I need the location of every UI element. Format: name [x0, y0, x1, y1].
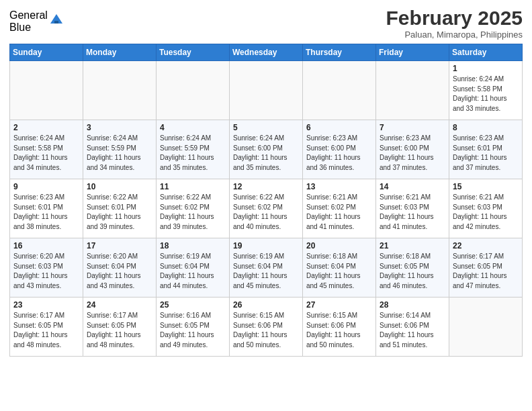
day-number: 16	[13, 241, 79, 250]
day-number: 21	[380, 241, 445, 250]
calendar-cell-w1-d2	[83, 61, 157, 120]
calendar-header-row: Sunday Monday Tuesday Wednesday Thursday…	[10, 44, 523, 61]
calendar-cell-w2-d3: 4Sunrise: 6:24 AM Sunset: 5:59 PM Daylig…	[157, 120, 230, 179]
calendar-week-4: 16Sunrise: 6:20 AM Sunset: 6:03 PM Dayli…	[10, 238, 523, 298]
calendar-cell-w4-d5: 20Sunrise: 6:18 AM Sunset: 6:04 PM Dayli…	[303, 238, 376, 298]
calendar-table: Sunday Monday Tuesday Wednesday Thursday…	[9, 44, 523, 357]
day-number: 1	[453, 64, 519, 73]
calendar-cell-w5-d4: 26Sunrise: 6:15 AM Sunset: 6:06 PM Dayli…	[230, 298, 303, 357]
day-info: Sunrise: 6:20 AM Sunset: 6:03 PM Dayligh…	[13, 252, 79, 291]
day-info: Sunrise: 6:18 AM Sunset: 6:05 PM Dayligh…	[380, 252, 445, 291]
calendar-cell-w5-d5: 27Sunrise: 6:15 AM Sunset: 6:06 PM Dayli…	[303, 298, 376, 357]
day-number: 8	[453, 123, 519, 132]
day-number: 2	[13, 123, 79, 132]
day-info: Sunrise: 6:16 AM Sunset: 6:05 PM Dayligh…	[160, 311, 226, 350]
day-info: Sunrise: 6:17 AM Sunset: 6:05 PM Dayligh…	[87, 311, 152, 350]
day-number: 13	[306, 182, 372, 191]
logo-icon	[49, 11, 64, 26]
calendar-week-2: 2Sunrise: 6:24 AM Sunset: 5:58 PM Daylig…	[10, 120, 523, 179]
day-number: 23	[13, 300, 79, 310]
calendar-cell-w2-d7: 8Sunrise: 6:23 AM Sunset: 6:01 PM Daylig…	[449, 120, 523, 179]
day-info: Sunrise: 6:23 AM Sunset: 6:00 PM Dayligh…	[380, 134, 445, 173]
day-number: 15	[453, 182, 519, 191]
day-info: Sunrise: 6:22 AM Sunset: 6:01 PM Dayligh…	[87, 193, 152, 232]
day-number: 20	[306, 241, 372, 250]
calendar-cell-w3-d1: 9Sunrise: 6:23 AM Sunset: 6:01 PM Daylig…	[10, 179, 83, 238]
day-info: Sunrise: 6:19 AM Sunset: 6:04 PM Dayligh…	[160, 252, 226, 291]
header-thursday: Thursday	[303, 44, 376, 61]
calendar-cell-w3-d4: 12Sunrise: 6:22 AM Sunset: 6:02 PM Dayli…	[230, 179, 303, 238]
day-info: Sunrise: 6:15 AM Sunset: 6:06 PM Dayligh…	[306, 311, 372, 350]
calendar-cell-w3-d2: 10Sunrise: 6:22 AM Sunset: 6:01 PM Dayli…	[83, 179, 157, 238]
calendar-week-3: 9Sunrise: 6:23 AM Sunset: 6:01 PM Daylig…	[10, 179, 523, 238]
svg-rect-1	[54, 21, 58, 24]
day-number: 24	[87, 300, 152, 310]
day-number: 26	[233, 300, 299, 310]
day-number: 9	[13, 182, 79, 191]
calendar-cell-w3-d5: 13Sunrise: 6:21 AM Sunset: 6:02 PM Dayli…	[303, 179, 376, 238]
day-number: 27	[306, 300, 372, 310]
day-info: Sunrise: 6:21 AM Sunset: 6:03 PM Dayligh…	[380, 193, 445, 232]
header-friday: Friday	[376, 44, 449, 61]
page: General Blue February 2025 Paluan, Mimar…	[0, 0, 532, 411]
calendar-cell-w3-d3: 11Sunrise: 6:22 AM Sunset: 6:02 PM Dayli…	[157, 179, 230, 238]
calendar-cell-w5-d6: 28Sunrise: 6:14 AM Sunset: 6:06 PM Dayli…	[376, 298, 449, 357]
calendar-cell-w5-d1: 23Sunrise: 6:17 AM Sunset: 6:05 PM Dayli…	[10, 298, 83, 357]
day-info: Sunrise: 6:24 AM Sunset: 5:58 PM Dayligh…	[453, 75, 519, 113]
day-info: Sunrise: 6:23 AM Sunset: 6:01 PM Dayligh…	[453, 134, 519, 173]
calendar-cell-w4-d3: 18Sunrise: 6:19 AM Sunset: 6:04 PM Dayli…	[157, 238, 230, 298]
calendar-cell-w3-d6: 14Sunrise: 6:21 AM Sunset: 6:03 PM Dayli…	[376, 179, 449, 238]
calendar-cell-w5-d2: 24Sunrise: 6:17 AM Sunset: 6:05 PM Dayli…	[83, 298, 157, 357]
header-tuesday: Tuesday	[157, 44, 230, 61]
logo-text: General Blue	[9, 9, 48, 33]
day-info: Sunrise: 6:18 AM Sunset: 6:04 PM Dayligh…	[306, 252, 372, 291]
day-info: Sunrise: 6:21 AM Sunset: 6:03 PM Dayligh…	[453, 193, 519, 232]
header-monday: Monday	[83, 44, 157, 61]
day-number: 7	[380, 123, 445, 132]
calendar-cell-w2-d2: 3Sunrise: 6:24 AM Sunset: 5:59 PM Daylig…	[83, 120, 157, 179]
calendar-cell-w3-d7: 15Sunrise: 6:21 AM Sunset: 6:03 PM Dayli…	[449, 179, 523, 238]
day-info: Sunrise: 6:24 AM Sunset: 5:59 PM Dayligh…	[87, 134, 152, 173]
calendar-cell-w1-d4	[230, 61, 303, 120]
day-info: Sunrise: 6:21 AM Sunset: 6:02 PM Dayligh…	[306, 193, 372, 232]
month-year: February 2025	[386, 7, 523, 29]
day-number: 3	[87, 123, 152, 132]
day-number: 18	[160, 241, 226, 250]
day-number: 10	[87, 182, 152, 191]
day-info: Sunrise: 6:15 AM Sunset: 6:06 PM Dayligh…	[233, 311, 299, 350]
calendar-cell-w4-d1: 16Sunrise: 6:20 AM Sunset: 6:03 PM Dayli…	[10, 238, 83, 298]
calendar-week-5: 23Sunrise: 6:17 AM Sunset: 6:05 PM Dayli…	[10, 298, 523, 357]
header: General Blue February 2025 Paluan, Mimar…	[9, 7, 523, 40]
header-wednesday: Wednesday	[230, 44, 303, 61]
day-info: Sunrise: 6:24 AM Sunset: 5:59 PM Dayligh…	[160, 134, 226, 173]
calendar-cell-w2-d4: 5Sunrise: 6:24 AM Sunset: 6:00 PM Daylig…	[230, 120, 303, 179]
day-number: 28	[380, 300, 445, 310]
day-info: Sunrise: 6:17 AM Sunset: 6:05 PM Dayligh…	[13, 311, 79, 350]
calendar-cell-w2-d1: 2Sunrise: 6:24 AM Sunset: 5:58 PM Daylig…	[10, 120, 83, 179]
day-number: 25	[160, 300, 226, 310]
header-saturday: Saturday	[449, 44, 523, 61]
calendar-cell-w4-d2: 17Sunrise: 6:20 AM Sunset: 6:04 PM Dayli…	[83, 238, 157, 298]
day-info: Sunrise: 6:23 AM Sunset: 6:01 PM Dayligh…	[13, 193, 79, 232]
calendar-cell-w2-d5: 6Sunrise: 6:23 AM Sunset: 6:00 PM Daylig…	[303, 120, 376, 179]
day-info: Sunrise: 6:24 AM Sunset: 5:58 PM Dayligh…	[13, 134, 79, 173]
day-number: 11	[160, 182, 226, 191]
calendar-cell-w1-d7: 1Sunrise: 6:24 AM Sunset: 5:58 PM Daylig…	[449, 61, 523, 120]
day-info: Sunrise: 6:17 AM Sunset: 6:05 PM Dayligh…	[453, 252, 519, 291]
calendar-cell-w2-d6: 7Sunrise: 6:23 AM Sunset: 6:00 PM Daylig…	[376, 120, 449, 179]
day-number: 17	[87, 241, 152, 250]
location: Paluan, Mimaropa, Philippines	[386, 30, 523, 40]
calendar-cell-w5-d7	[449, 298, 523, 357]
day-number: 19	[233, 241, 299, 250]
logo-general: General	[9, 9, 48, 21]
logo-blue: Blue	[9, 21, 48, 34]
day-number: 5	[233, 123, 299, 132]
day-info: Sunrise: 6:20 AM Sunset: 6:04 PM Dayligh…	[87, 252, 152, 291]
header-sunday: Sunday	[10, 44, 83, 61]
day-number: 14	[380, 182, 445, 191]
title-block: February 2025 Paluan, Mimaropa, Philippi…	[386, 7, 523, 40]
day-number: 22	[453, 241, 519, 250]
calendar-cell-w1-d1	[10, 61, 83, 120]
logo: General Blue	[9, 9, 64, 33]
day-number: 6	[306, 123, 372, 132]
